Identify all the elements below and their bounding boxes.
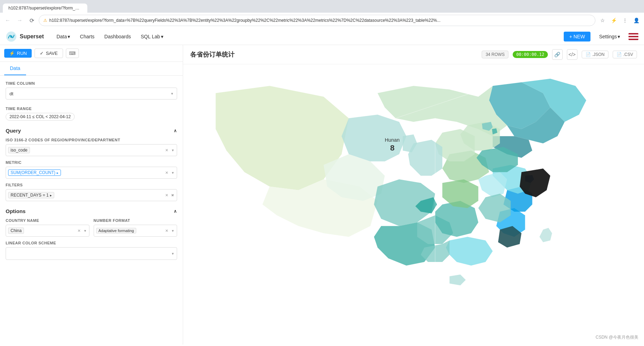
number-format-section: NUMBER FORMAT Adaptative formating ✕ ▾ (94, 218, 177, 237)
browser-chrome: h102:8787/superset/explore/?form_data=..… (0, 0, 644, 28)
code-button[interactable]: </> (567, 49, 577, 60)
nav-dashboards[interactable]: Dashboards (100, 32, 135, 41)
time-range-label: TIME RANGE (6, 107, 177, 111)
filter-arrow-icon: ▸ (50, 193, 52, 197)
reload-button[interactable]: ⟳ (27, 15, 37, 25)
menu-icon[interactable]: ⋮ (620, 15, 630, 25)
country-dropdown-arrow-icon: ▾ (84, 229, 86, 233)
options-section-header[interactable]: Options ∧ (6, 208, 177, 214)
color-scheme-arrow-icon: ▾ (172, 251, 174, 256)
logo-area: Superset (6, 31, 44, 42)
country-remove-all-icon[interactable]: ✕ (77, 229, 81, 233)
json-button[interactable]: 📄 .JSON (582, 51, 608, 58)
toolbar-icons: ☆ ⚡ ⋮ 👤 (598, 15, 641, 25)
china-map-svg: Hunan 8 (183, 64, 644, 345)
country-tag: China (8, 228, 24, 234)
panel-tabs: Data (0, 62, 183, 76)
options-grid: COUNTRY NAME China ✕ ▾ NUMBER FORMAT Ada… (6, 218, 177, 237)
time-column-label: TIME COLUMN (6, 81, 177, 85)
color-scheme-preview (9, 250, 15, 257)
left-panel: ⚡ RUN ✓ SAVE ⌨ Data TIME COLUMN dt ▾ (0, 45, 183, 345)
data-dropdown-icon: ▾ (68, 34, 70, 39)
bookmark-icon[interactable]: ☆ (598, 15, 607, 25)
settings-dropdown-icon: ▾ (618, 34, 620, 39)
nav-data[interactable]: Data ▾ (52, 32, 74, 41)
iso-label: ISO 3166-2 CODES OF REGION/PROVINCE/DEPA… (6, 138, 177, 142)
run-button[interactable]: ⚡ RUN (4, 49, 32, 58)
options-section-title: Options (6, 208, 26, 214)
browser-toolbar: ← → ⟳ ⚠ h102:8787/superset/explore/?form… (0, 13, 644, 28)
options-section: Options ∧ COUNTRY NAME China ✕ ▾ (6, 208, 177, 260)
link-button[interactable]: 🔗 (552, 49, 563, 60)
app-nav: Data ▾ Charts Dashboards SQL Lab ▾ (52, 32, 167, 41)
query-section: Query ∧ ISO 3166-2 CODES OF REGION/PROVI… (6, 128, 177, 201)
metric-tag: SUM(ORDER_COUNT) ▸ (8, 169, 61, 176)
filters-dropdown-arrow-icon: ▾ (172, 193, 174, 198)
metric-select[interactable]: SUM(ORDER_COUNT) ▸ ✕ ▾ (6, 167, 177, 179)
keyboard-button[interactable]: ⌨ (66, 49, 79, 58)
lightning-icon: ⚡ (9, 51, 15, 56)
country-name-select[interactable]: China ✕ ▾ (6, 225, 89, 237)
iso-code-select[interactable]: iso_code ✕ ▾ (6, 144, 177, 156)
query-section-title: Query (6, 128, 21, 134)
iso-section: ISO 3166-2 CODES OF REGION/PROVINCE/DEPA… (6, 138, 177, 156)
metric-section: METRIC SUM(ORDER_COUNT) ▸ ✕ ▾ (6, 160, 177, 179)
nav-charts[interactable]: Charts (76, 32, 99, 41)
color-scheme-select[interactable]: ▾ (6, 247, 177, 260)
profile-icon[interactable]: 👤 (631, 15, 641, 25)
right-panel: 各省份订单统计 34 ROWS 00:00:00.12 🔗 </> 📄 .JSO… (183, 45, 644, 345)
metric-remove-all-icon[interactable]: ✕ (165, 171, 168, 175)
csv-button[interactable]: 📄 .CSV (613, 51, 637, 58)
csv-icon: 📄 (617, 52, 622, 57)
address-bar[interactable]: ⚠ h102:8787/superset/explore/?form_data=… (39, 15, 595, 26)
watermark: CSDN @今夜月色很美 (595, 334, 638, 340)
settings-button[interactable]: Settings ▾ (595, 32, 624, 41)
forward-button[interactable]: → (15, 15, 25, 25)
chart-toolbar: ⚡ RUN ✓ SAVE ⌨ (0, 45, 183, 62)
time-range-badge[interactable]: 2022-04-11 ≤ COL < 2022-04-12 (6, 113, 75, 121)
app-header: Superset Data ▾ Charts Dashboards SQL La… (0, 28, 644, 45)
time-column-section: TIME COLUMN dt ▾ (6, 81, 177, 100)
form-content[interactable]: TIME COLUMN dt ▾ TIME RANGE 2022-04-11 ≤… (0, 76, 183, 345)
time-column-select[interactable]: dt ▾ (6, 88, 177, 100)
iso-remove-all-icon[interactable]: ✕ (165, 148, 168, 153)
app-logo-text: Superset (20, 33, 44, 40)
metric-label: METRIC (6, 160, 177, 165)
options-chevron-icon: ∧ (174, 209, 177, 214)
back-button[interactable]: ← (3, 15, 13, 25)
address-text: h102:8787/superset/explore/?form_data=%7… (49, 18, 591, 23)
number-format-tag: Adaptative formating (96, 228, 137, 233)
new-button[interactable]: + NEW (564, 32, 591, 41)
filters-section: FILTERS RECENT_DAYS = 1 ▸ ✕ ✕ ▾ (6, 183, 177, 201)
extension-icon[interactable]: ⚡ (609, 15, 619, 25)
filter-remove-icon[interactable]: ✕ (165, 193, 168, 198)
country-name-label: COUNTRY NAME (6, 218, 89, 223)
svg-text:8: 8 (390, 143, 395, 152)
query-chevron-icon: ∧ (174, 128, 177, 133)
number-format-select[interactable]: Adaptative formating ✕ ▾ (94, 225, 177, 237)
filters-select[interactable]: RECENT_DAYS = 1 ▸ ✕ ✕ ▾ (6, 189, 177, 201)
json-icon: 📄 (586, 52, 591, 57)
iso-code-tag: iso_code (8, 147, 30, 153)
nav-sqllab[interactable]: SQL Lab ▾ (137, 32, 168, 41)
color-scheme-label: LINEAR COLOR SCHEME (6, 241, 177, 245)
language-flag-button[interactable] (629, 33, 638, 40)
metric-dropdown-arrow-icon: ▾ (172, 171, 174, 175)
security-warning-icon: ⚠ (43, 18, 47, 23)
query-section-header[interactable]: Query ∧ (6, 128, 177, 134)
chart-header: 各省份订单统计 34 ROWS 00:00:00.12 🔗 </> 📄 .JSO… (183, 45, 644, 64)
number-format-remove-icon[interactable]: ✕ (165, 229, 168, 233)
iso-dropdown-arrow-icon: ▾ (172, 148, 174, 153)
map-area: Hunan 8 CSDN @今夜月色很美 (183, 64, 644, 345)
save-button[interactable]: ✓ SAVE (35, 49, 63, 58)
tab-data[interactable]: Data (4, 62, 26, 75)
main-layout: ⚡ RUN ✓ SAVE ⌨ Data TIME COLUMN dt ▾ (0, 45, 644, 345)
rows-badge: 34 ROWS (482, 51, 508, 58)
time-column-arrow-icon: ▾ (171, 91, 173, 96)
superset-logo-icon (6, 31, 17, 42)
color-scheme-section: LINEAR COLOR SCHEME (6, 241, 177, 260)
browser-tab[interactable]: h102:8787/superset/explore/?form_data=..… (3, 4, 87, 13)
chart-title: 各省份订单统计 (190, 50, 477, 59)
filter-tag: RECENT_DAYS = 1 ▸ (8, 192, 54, 198)
header-right: + NEW Settings ▾ (564, 32, 638, 41)
